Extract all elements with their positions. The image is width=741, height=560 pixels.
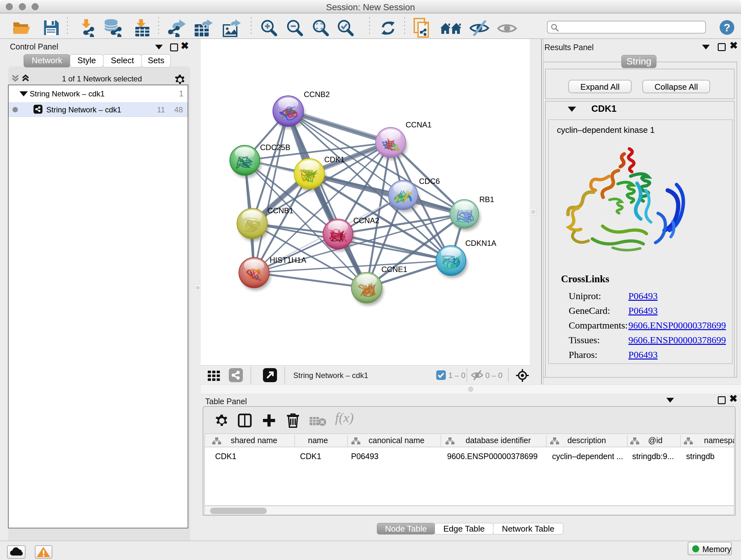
svg-text:CDC25B: CDC25B <box>260 143 290 152</box>
svg-text:HIST1H1A: HIST1H1A <box>270 256 307 264</box>
svg-text:CDK1: CDK1 <box>324 155 345 164</box>
svg-text:CCNA2: CCNA2 <box>353 216 379 225</box>
svg-text:RB1: RB1 <box>479 195 494 204</box>
svg-text:CDKN1A: CDKN1A <box>465 239 496 247</box>
svg-text:?: ? <box>724 21 731 34</box>
svg-text:CCNA1: CCNA1 <box>406 120 431 129</box>
svg-text:CCNB2: CCNB2 <box>304 90 330 99</box>
svg-text:CCNB1: CCNB1 <box>267 206 293 215</box>
svg-text:CDC6: CDC6 <box>419 177 440 186</box>
svg-text:CCNE1: CCNE1 <box>381 265 407 273</box>
